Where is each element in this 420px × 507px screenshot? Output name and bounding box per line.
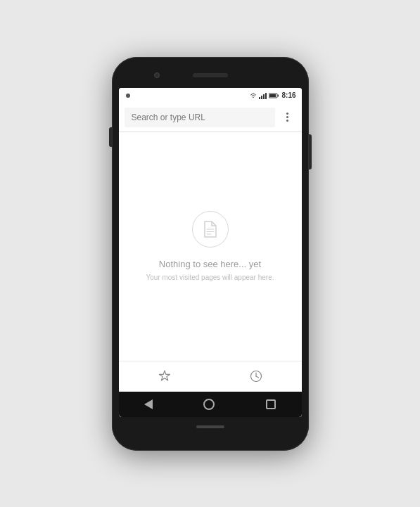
empty-state-subtitle: Your most visited pages will appear here… [146,274,274,281]
empty-state-icon [192,211,229,248]
phone-screen: 8:16 Nothin [119,88,302,417]
bottom-tab-bar [119,361,302,392]
status-bar: 8:16 [119,88,302,103]
phone-top-bar [119,65,302,85]
home-button[interactable] [203,399,215,410]
bookmarks-tab[interactable] [151,362,179,390]
svg-rect-2 [269,94,276,97]
speaker [193,73,228,77]
star-icon [158,369,172,383]
recents-icon [266,399,276,409]
url-input[interactable] [125,108,275,127]
overflow-menu-button[interactable] [279,109,296,126]
address-bar [119,103,302,132]
browser-content: Nothing to see here... yet Your most vis… [119,132,302,361]
status-right: 8:16 [250,91,295,99]
status-time: 8:16 [281,91,295,99]
status-left [126,94,130,98]
empty-state-title: Nothing to see here... yet [159,259,261,269]
signal-bars [259,92,267,99]
phone-bottom-bar [119,420,302,434]
battery-icon [269,93,279,98]
phone-device: 8:16 Nothin [112,57,309,451]
document-icon [203,220,218,238]
back-icon [144,399,153,409]
history-tab[interactable] [242,362,270,390]
menu-dot-3 [286,120,288,122]
back-button[interactable] [144,399,153,409]
clock-icon [249,369,263,383]
home-indicator [196,425,224,428]
notification-dot [126,94,130,98]
menu-dot-2 [286,116,288,118]
menu-dot-1 [286,113,288,115]
svg-rect-1 [278,94,279,96]
camera [154,72,160,78]
wifi-icon [250,93,257,98]
svg-line-8 [256,376,259,378]
recents-button[interactable] [266,399,276,409]
home-icon [203,399,215,410]
android-nav-bar [119,392,302,417]
